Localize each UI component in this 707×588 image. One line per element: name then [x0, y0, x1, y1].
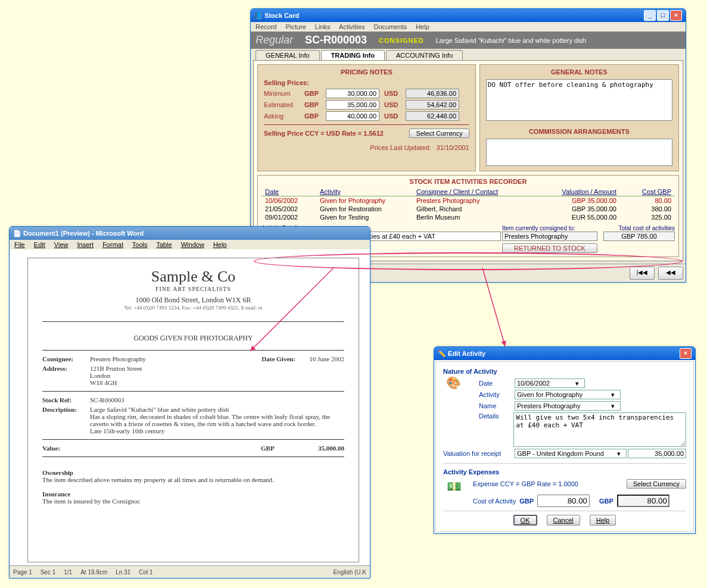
commission-heading: COMMISSION ARRANGEMENTS: [486, 128, 672, 135]
ccy-label: GBP: [304, 101, 326, 108]
status-col: Col 1: [139, 569, 152, 576]
general-notes-textarea[interactable]: DO NOT offer before cleaning & photograp…: [486, 79, 672, 121]
stockref-label: Stock Ref:: [42, 396, 90, 404]
col-activity[interactable]: Activity: [316, 187, 413, 196]
activity-label: Activity: [479, 391, 515, 398]
cancel-button[interactable]: Cancel: [547, 515, 580, 526]
consigned-to-value: [502, 232, 597, 241]
usd-label: USD: [384, 101, 406, 108]
menu-links[interactable]: Links: [315, 23, 331, 30]
status-pages: 1/1: [64, 569, 72, 576]
select-currency-button[interactable]: Select Currency: [409, 129, 469, 138]
date-given-label: Date Given:: [261, 355, 309, 362]
valuation-amount-input[interactable]: [628, 449, 686, 458]
selling-prices-label: Selling Prices:: [264, 79, 469, 86]
word-titlebar[interactable]: 📄 Document1 (Preview) - Microsoft Word: [10, 227, 370, 240]
prev-record-button[interactable]: ◀◀: [658, 267, 683, 280]
menu-insert[interactable]: Insert: [77, 241, 94, 248]
details-textarea[interactable]: Will give us two 5x4 inch transparencies…: [513, 412, 686, 447]
chevron-down-icon[interactable]: ▾: [575, 380, 579, 387]
close-button[interactable]: ×: [680, 348, 692, 359]
usd-label: USD: [384, 90, 406, 97]
table-row[interactable]: 10/06/2002 Given for Photography Prester…: [261, 196, 675, 205]
select-currency-button[interactable]: Select Currency: [627, 479, 686, 489]
menu-table[interactable]: Table: [156, 241, 172, 248]
col-consignee[interactable]: Consignee / Client / Contact: [413, 187, 535, 196]
general-notes-box: GENERAL NOTES DO NOT offer before cleani…: [479, 64, 679, 171]
first-record-button[interactable]: |◀◀: [630, 267, 655, 280]
col-valuation[interactable]: Valuation / Amount: [535, 187, 620, 196]
company-title: Sample & Co: [42, 268, 344, 286]
menu-format[interactable]: Format: [102, 241, 123, 248]
ask-label: Asking: [264, 112, 304, 120]
price-row-est: Estimated GBP USD: [264, 100, 469, 110]
maximize-button[interactable]: □: [657, 10, 669, 21]
menu-activities[interactable]: Activities: [339, 23, 365, 30]
tab-general[interactable]: GENERAL Info: [256, 50, 320, 60]
tab-trading[interactable]: TRADING Info: [321, 50, 385, 60]
table-row[interactable]: 09/01/2002 Given for Testing Berlin Muse…: [261, 213, 675, 221]
menu-picture[interactable]: Picture: [286, 23, 306, 30]
company-subtitle: FINE ART SPECIALISTS: [42, 286, 344, 292]
commission-textarea[interactable]: [486, 139, 672, 166]
col-cost[interactable]: Cost GBP: [620, 187, 675, 196]
status-page: Page 1: [13, 569, 32, 576]
stockref-value: SC-R000003: [90, 396, 344, 404]
total-cost-value: [603, 232, 675, 241]
col-date[interactable]: Date: [261, 187, 316, 196]
word-statusbar: Page 1 Sec 1 1/1 At 19.9cm Ln 31 Col 1 E…: [10, 565, 370, 578]
chevron-down-icon[interactable]: ▾: [611, 402, 615, 410]
menu-help[interactable]: Help: [416, 23, 429, 30]
chevron-down-icon[interactable]: ▾: [611, 391, 615, 399]
min-gbp-input[interactable]: [326, 89, 379, 98]
name-select[interactable]: [515, 401, 621, 411]
ok-button[interactable]: OK: [513, 515, 537, 526]
pricing-heading: PRICING NOTES: [264, 68, 469, 76]
ccy-label: GBP: [304, 112, 326, 120]
word-window: 📄 Document1 (Preview) - Microsoft Word F…: [9, 226, 370, 578]
est-gbp-input[interactable]: [326, 100, 379, 110]
close-button[interactable]: ×: [670, 10, 682, 21]
consigned-to-label: Item currently consigned to:: [502, 225, 597, 232]
returned-to-stock-button[interactable]: RETURNED TO STOCK: [502, 243, 597, 253]
prices-updated-date: 31/10/2001: [437, 144, 469, 151]
ask-gbp-input[interactable]: [326, 111, 379, 121]
tab-accounting[interactable]: ACCOUNTING Info: [386, 50, 463, 60]
cost-output: [617, 495, 669, 507]
price-row-min: Minimum GBP USD: [264, 89, 469, 98]
edit-activity-titlebar[interactable]: ✏️ Edit Activity ×: [434, 347, 695, 360]
name-label: Name: [479, 402, 515, 409]
document-page: Sample & Co FINE ART SPECIALISTS 1000 Ol…: [27, 258, 359, 562]
status-sec: Sec 1: [41, 569, 56, 576]
table-row[interactable]: 21/05/2002 Given for Restoration Gilbert…: [261, 205, 675, 213]
ownership-text: The item described above remains my prop…: [42, 476, 344, 483]
chevron-down-icon[interactable]: ▾: [617, 450, 621, 458]
activities-table: Date Activity Consignee / Client / Conta…: [261, 187, 675, 221]
cost-label: Cost of Activity: [473, 498, 516, 505]
stock-kind: Regular: [256, 34, 293, 46]
menu-documents[interactable]: Documents: [373, 23, 407, 30]
menu-help[interactable]: Help: [213, 241, 227, 248]
valuation-ccy-select[interactable]: [515, 449, 627, 458]
menu-edit[interactable]: Edit: [34, 241, 45, 248]
menu-record[interactable]: Record: [256, 23, 276, 30]
cost-input-1[interactable]: [537, 495, 590, 507]
ccy-label: GBP: [304, 90, 326, 97]
stock-card-titlebar[interactable]: 📘 Stock Card _ □ ×: [251, 9, 686, 22]
menu-file[interactable]: File: [14, 241, 25, 248]
menu-window[interactable]: Window: [181, 241, 204, 248]
menu-view[interactable]: View: [54, 241, 68, 248]
price-row-ask: Asking GBP USD: [264, 111, 469, 121]
minimize-button[interactable]: _: [644, 10, 656, 21]
window-title: Edit Activity: [448, 347, 485, 360]
edit-icon: ✏️: [438, 347, 446, 360]
activity-select[interactable]: [515, 390, 621, 399]
value-amount: 35,000.00: [297, 445, 344, 452]
menu-tools[interactable]: Tools: [132, 241, 148, 248]
prices-updated-label: Prices Last Updated:: [370, 144, 431, 151]
word-menubar: File Edit View Insert Format Tools Table…: [10, 240, 370, 249]
total-cost-label: Total cost of activities: [603, 225, 675, 232]
help-button[interactable]: Help: [590, 515, 616, 526]
date-input[interactable]: [515, 379, 585, 388]
selling-ccy-rate: Selling Price CCY = USD Rate = 1.5612: [264, 130, 384, 137]
